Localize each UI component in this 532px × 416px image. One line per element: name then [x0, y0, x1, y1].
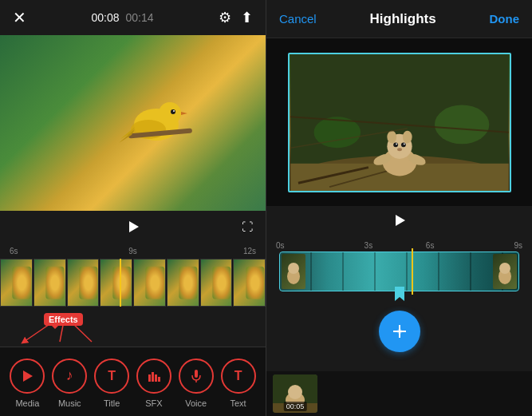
total-time: 00:14 [126, 11, 154, 24]
svg-marker-3 [181, 112, 187, 115]
svg-point-51 [288, 385, 302, 399]
svg-marker-10 [129, 221, 139, 232]
title-icon: T [94, 359, 129, 394]
squirrel-image [290, 54, 510, 191]
toolbar: Media ♪ Music T Title SFX [0, 347, 266, 416]
play-button[interactable] [124, 217, 143, 236]
svg-rect-19 [195, 370, 198, 378]
share-icon[interactable]: ⬆ [241, 9, 253, 26]
right-playback-controls [266, 206, 532, 235]
svg-point-30 [393, 142, 398, 147]
svg-point-34 [397, 148, 402, 151]
right-film-frames [279, 252, 519, 291]
squirrel-video-frame [288, 53, 511, 192]
svg-point-31 [400, 142, 405, 147]
film-frame-4 [100, 259, 132, 307]
add-highlight-button[interactable] [379, 311, 420, 352]
video-preview [0, 35, 266, 211]
thumbnail-time: 00:05 [284, 402, 307, 411]
effects-arrows [0, 307, 266, 347]
right-film-strip[interactable] [279, 252, 519, 291]
film-frames [0, 259, 266, 307]
svg-rect-15 [148, 374, 151, 382]
music-icon: ♪ [52, 359, 87, 394]
bird-video-frame [0, 35, 266, 211]
film-frame-3 [67, 259, 100, 307]
playhead [120, 259, 121, 307]
svg-marker-14 [23, 370, 33, 382]
bird-image [104, 83, 200, 163]
right-timeline-area: 0s 3s 6s 9s [266, 235, 532, 291]
toolbar-sfx[interactable]: SFX [132, 359, 175, 408]
timeline-thumb-right [493, 254, 517, 289]
svg-rect-18 [158, 377, 160, 382]
right-panel: Cancel Highlights Done [266, 0, 532, 416]
film-frame-7 [200, 259, 233, 307]
music-label: Music [58, 398, 81, 408]
timeline-ruler: 6s 9s 12s [0, 243, 266, 259]
right-mark-0s: 0s [276, 241, 337, 250]
effects-area: Effects [0, 307, 266, 347]
current-time: 00:08 [91, 11, 119, 24]
film-frame-2 [33, 259, 66, 307]
svg-point-6 [173, 110, 175, 112]
thumbnail-item[interactable]: 00:05 [273, 374, 317, 413]
right-mark-3s: 3s [337, 241, 399, 250]
thumbnail-strip: 00:05 [266, 371, 532, 416]
svg-rect-17 [155, 374, 157, 382]
toolbar-media[interactable]: Media [6, 359, 49, 408]
sfx-icon [136, 359, 171, 394]
ruler-marks: 6s 9s 12s [10, 247, 256, 256]
film-frame-5 [133, 259, 166, 307]
toolbar-voice[interactable]: Voice [175, 359, 217, 408]
svg-point-43 [288, 263, 299, 274]
done-button[interactable]: Done [490, 12, 520, 26]
ruler-mark-12s: 12s [174, 247, 256, 256]
right-play-button[interactable] [390, 211, 409, 230]
svg-point-48 [397, 329, 402, 334]
right-header: Cancel Highlights Done [266, 0, 532, 38]
right-video-preview [266, 38, 532, 206]
film-frame-6 [167, 259, 199, 307]
svg-marker-41 [396, 215, 405, 226]
title-label: Title [104, 398, 120, 408]
close-button[interactable]: ✕ [13, 8, 26, 27]
media-label: Media [15, 398, 39, 408]
film-frame-1 [0, 259, 33, 307]
svg-point-28 [387, 130, 396, 143]
svg-point-5 [171, 109, 175, 114]
header-icons: ⚙ ⬆ [219, 9, 253, 26]
svg-point-45 [499, 263, 510, 274]
text-icon: T [221, 359, 256, 394]
toolbar-title[interactable]: T Title [91, 359, 133, 408]
add-icon [390, 322, 409, 341]
svg-point-32 [396, 143, 397, 145]
media-icon [10, 359, 45, 394]
settings-icon[interactable]: ⚙ [219, 9, 231, 26]
svg-point-33 [403, 143, 404, 145]
right-playhead [412, 248, 413, 295]
time-display: 00:08 00:14 [91, 11, 153, 24]
toolbar-music[interactable]: ♪ Music [49, 359, 91, 408]
text-label: Text [230, 398, 246, 408]
right-mark-6s: 6s [400, 241, 461, 250]
right-ruler: 0s 3s 6s 9s [273, 241, 526, 250]
film-strip[interactable] [0, 259, 266, 307]
svg-rect-16 [152, 372, 154, 382]
toolbar-text[interactable]: T Text [217, 359, 259, 408]
left-panel: ✕ 00:08 00:14 ⚙ ⬆ [0, 0, 266, 416]
svg-point-38 [434, 105, 488, 144]
cancel-button[interactable]: Cancel [279, 12, 317, 26]
film-strip-section: Effects [0, 259, 266, 347]
right-controls [266, 291, 532, 371]
voice-icon [179, 359, 214, 394]
highlights-title: Highlights [370, 11, 436, 27]
left-header: ✕ 00:08 00:14 ⚙ ⬆ [0, 0, 266, 35]
sfx-label: SFX [145, 398, 162, 408]
timeline-thumb-left [282, 254, 305, 289]
expand-icon[interactable]: ⛶ [242, 220, 253, 233]
ruler-mark-9s: 9s [92, 247, 174, 256]
svg-point-2 [159, 102, 181, 125]
ruler-mark-6s: 6s [10, 247, 92, 256]
playback-controls: ⛶ [0, 211, 266, 243]
